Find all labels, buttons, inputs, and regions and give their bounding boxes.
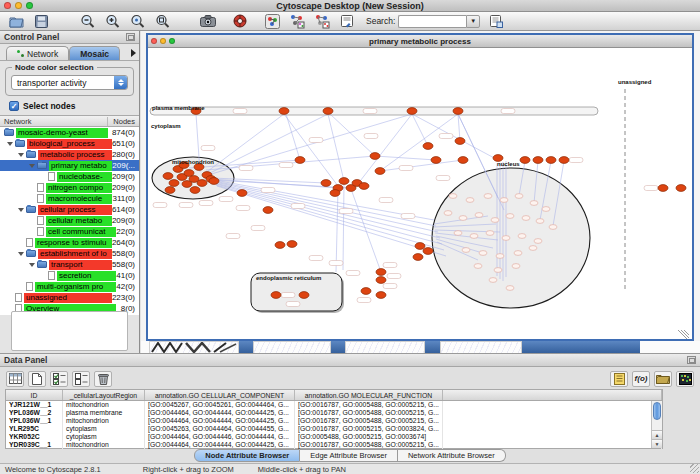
network-node[interactable] — [423, 143, 433, 150]
background-window-thumbnail[interactable] — [440, 341, 522, 353]
network-node-small[interactable] — [512, 264, 520, 269]
table-column-header[interactable]: annotation.GO CELLULAR_COMPONENT — [145, 390, 295, 400]
network-node[interactable] — [169, 180, 179, 187]
network-node[interactable] — [546, 157, 556, 164]
network-node-small[interactable] — [491, 218, 499, 223]
network-edge[interactable] — [357, 114, 412, 185]
tree-row[interactable]: establishment of lo558(0) — [0, 248, 139, 259]
delete-attribute-icon[interactable] — [94, 371, 112, 387]
background-window-thumbnail[interactable] — [345, 341, 425, 353]
network-node-small[interactable] — [506, 214, 514, 219]
network-node-small[interactable] — [518, 234, 526, 239]
scroll-down-icon[interactable]: ▼ — [652, 439, 662, 448]
attribute-table-icon[interactable] — [6, 371, 24, 387]
network-node[interactable] — [339, 178, 349, 185]
zoom-selected-icon[interactable] — [128, 13, 146, 30]
table-row[interactable]: YLR295Ccytoplasm[GO:0045263, GO:0044464,… — [6, 425, 662, 433]
tab-node-attribute-browser[interactable]: Node Attribute Browser — [194, 449, 300, 462]
network-edge[interactable] — [412, 114, 428, 146]
tree-row[interactable]: cell communicat22(0) — [0, 226, 139, 237]
network-node[interactable] — [458, 157, 468, 164]
network-node[interactable] — [165, 187, 175, 194]
function-builder-icon[interactable]: f(o) — [632, 371, 650, 387]
float-panel-icon[interactable] — [687, 356, 696, 364]
network-node-small[interactable] — [529, 246, 537, 251]
tree-row[interactable]: mosaic-demo-yeast874(0) — [0, 127, 139, 138]
float-panel-icon[interactable] — [126, 33, 135, 41]
combobox-stepper-icon[interactable] — [114, 75, 127, 90]
window-resize-grip[interactable] — [678, 330, 689, 339]
search-input[interactable] — [398, 15, 466, 28]
network-node[interactable] — [163, 173, 173, 180]
table-row[interactable]: YJR121W__1mitochondrion[GO:0045267, GO:0… — [6, 401, 662, 409]
network-canvas[interactable]: plasma membranecytoplasmmitochondrionnuc… — [148, 48, 692, 339]
network-node[interactable] — [184, 170, 194, 177]
expander-icon[interactable] — [29, 263, 35, 267]
network-node-small[interactable] — [444, 211, 452, 216]
import-network-icon[interactable] — [338, 13, 356, 30]
expander-icon[interactable] — [18, 252, 24, 256]
network-edge[interactable] — [343, 182, 344, 270]
network-node-small[interactable] — [506, 286, 514, 291]
matrix-view-icon[interactable] — [676, 371, 694, 387]
tab-edge-attribute-browser[interactable]: Edge Attribute Browser — [300, 449, 398, 462]
network-node[interactable] — [413, 254, 423, 261]
tree-row[interactable]: transport558(0) — [0, 259, 139, 270]
network-node-small[interactable] — [470, 234, 478, 239]
network-window-titlebar[interactable]: primary metabolic process — [148, 35, 692, 48]
network-node-small[interactable] — [515, 194, 523, 199]
background-window-edge[interactable] — [331, 341, 345, 353]
birds-eye-view[interactable] — [11, 311, 128, 351]
zoom-out-icon[interactable] — [78, 13, 96, 30]
network-manager-icon[interactable] — [263, 13, 281, 30]
expander-icon[interactable] — [29, 164, 35, 168]
tab-network-attribute-browser[interactable]: Network Attribute Browser — [398, 449, 506, 462]
tab-network[interactable]: Network — [6, 46, 69, 60]
network-node[interactable] — [321, 180, 331, 187]
tree-row[interactable]: nitrogen compo209(0) — [0, 182, 139, 193]
table-scrollbar[interactable]: ▲ ▼ — [651, 401, 662, 448]
tree-row[interactable]: response to stimulu264(0) — [0, 237, 139, 248]
new-attribute-icon[interactable] — [28, 371, 46, 387]
tree-row[interactable]: multi-organism pro42(0) — [0, 281, 139, 292]
network-node[interactable] — [415, 243, 425, 250]
zoom-fit-icon[interactable] — [153, 13, 171, 30]
tab-overflow-icon[interactable] — [131, 49, 136, 57]
resize-grip[interactable] — [690, 464, 699, 473]
network-node[interactable] — [295, 157, 305, 164]
scroll-up-icon[interactable]: ▲ — [652, 430, 662, 439]
select-attributes-icon[interactable] — [50, 371, 68, 387]
network-node-small[interactable] — [466, 198, 474, 203]
network-annotation-alt-icon[interactable] — [313, 13, 331, 30]
import-attributes-icon[interactable] — [654, 371, 672, 387]
table-column-header[interactable]: annotation.GO MOLECULAR_FUNCTION — [295, 390, 443, 400]
table-column-header[interactable]: ID — [6, 390, 63, 400]
network-node[interactable] — [453, 108, 463, 115]
network-node[interactable] — [279, 108, 289, 115]
tree-column-network[interactable]: Network — [0, 117, 107, 126]
network-node[interactable] — [287, 241, 297, 248]
network-node-small[interactable] — [514, 251, 522, 256]
save-icon[interactable] — [32, 13, 50, 30]
network-node[interactable] — [423, 248, 433, 255]
network-node[interactable] — [431, 157, 441, 164]
network-node[interactable] — [361, 288, 371, 295]
network-node[interactable] — [299, 292, 309, 299]
table-row[interactable]: YPL036W__2plasma membrane[GO:0044464, GO… — [6, 409, 662, 417]
table-row[interactable]: YKR052Ccytoplasm[GO:0044464, GO:0044446,… — [6, 433, 662, 441]
network-node-small[interactable] — [474, 264, 482, 269]
network-node[interactable] — [676, 185, 686, 192]
network-edge[interactable] — [328, 114, 344, 181]
snapshot-icon[interactable] — [199, 13, 217, 30]
tree-row[interactable]: biological_process651(0) — [0, 138, 139, 149]
network-node-small[interactable] — [534, 239, 542, 244]
network-node[interactable] — [559, 157, 569, 164]
search-options-icon[interactable] — [487, 13, 505, 30]
background-window-thumbnail[interactable] — [149, 341, 239, 353]
network-node[interactable] — [407, 108, 417, 115]
network-node-small[interactable] — [486, 231, 494, 236]
network-node[interactable] — [323, 108, 333, 115]
network-node-small[interactable] — [502, 236, 510, 241]
network-node[interactable] — [455, 138, 465, 145]
network-node-small[interactable] — [536, 219, 544, 224]
